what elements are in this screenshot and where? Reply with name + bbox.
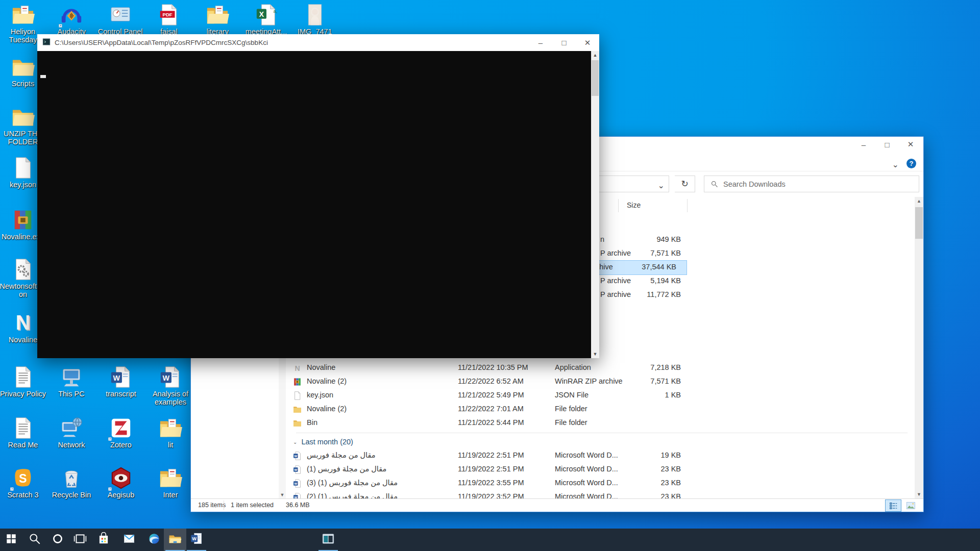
word-icon: W <box>190 532 203 547</box>
taskbar-button-mail[interactable] <box>118 529 140 551</box>
desktop-icon-lit[interactable]: lit <box>146 416 194 449</box>
svg-text:W: W <box>163 374 170 382</box>
file-date-modified: 11/19/2022 3:55 PM <box>458 479 524 487</box>
file-type: Application <box>555 363 591 371</box>
desktop-icon-zotero[interactable]: Zotero <box>97 416 145 449</box>
taskbar-button-task-view[interactable] <box>69 529 91 551</box>
file-row[interactable]: Wمقال من مجلة فوربس (1)11/19/2022 2:51 P… <box>293 463 910 477</box>
taskbar-button-edge[interactable] <box>143 529 165 551</box>
help-button[interactable]: ? <box>906 159 916 168</box>
desktop-icon-img-7471[interactable]: IMG_7471 <box>291 3 339 36</box>
zotero-icon <box>109 416 133 440</box>
file-list-scrollbar[interactable]: ▲ ▼ <box>915 197 923 498</box>
thumbnail-view-button[interactable] <box>903 500 918 511</box>
file-row[interactable]: Bin11/21/2022 5:44 PMFile folder <box>293 416 910 430</box>
file-row[interactable]: key.json11/21/2022 5:49 PMJSON File1 KB <box>293 389 910 403</box>
file-word-icon: W <box>293 452 302 462</box>
svg-text:W: W <box>192 536 197 541</box>
desktop-icon-aegisub[interactable]: Aegisub <box>97 466 145 499</box>
file-row[interactable]: NNovaline11/21/2022 10:35 PMApplication7… <box>293 361 910 375</box>
scroll-up-icon[interactable]: ▲ <box>915 197 923 205</box>
desktop-icon-label: Network <box>47 441 95 449</box>
console-minimize-button[interactable]: – <box>529 35 552 51</box>
explorer-maximize-button[interactable]: □ <box>875 137 899 152</box>
scroll-up-icon[interactable]: ▲ <box>591 51 599 59</box>
desktop-icon-audacity[interactable]: Audacity <box>47 3 95 36</box>
desktop-icon-label: Scratch 3 <box>0 491 47 499</box>
file-row[interactable]: Wمقال من مجلة فوربس (1) (2)11/19/2022 3:… <box>293 490 910 498</box>
file-date-modified: 11/22/2022 6:52 AM <box>458 377 524 385</box>
desktop-icon-read-me[interactable]: Read Me <box>0 416 47 449</box>
scrollbar-thumb[interactable] <box>915 207 923 239</box>
scroll-down-icon[interactable]: ▼ <box>591 350 599 358</box>
desktop-icon-transcript[interactable]: Wtranscript <box>97 365 145 398</box>
desktop-icon-label: Recycle Bin <box>47 491 95 499</box>
network-icon <box>60 416 83 440</box>
file-name: Novaline (2) <box>307 377 347 385</box>
desktop-icon-faisal[interactable]: PDFfaisal <box>145 3 193 36</box>
refresh-button[interactable]: ↻ <box>675 176 695 192</box>
desktop-icon-privacy-policy[interactable]: Privacy Policy <box>0 365 47 398</box>
file-name: Novaline <box>307 363 335 371</box>
desktop-icon-recycle-bin[interactable]: Recycle Bin <box>47 466 95 499</box>
console-close-button[interactable]: ✕ <box>576 35 599 51</box>
file-name: key.json <box>307 391 333 399</box>
word-doc-icon: W <box>109 365 133 389</box>
address-dropdown-icon[interactable]: ⌄ <box>658 181 665 190</box>
console-scrollbar[interactable]: ▲ ▼ <box>591 51 599 358</box>
file-row[interactable]: Wمقال من مجلة فوربس (1) (3)11/19/2022 3:… <box>293 477 910 490</box>
console-window: C:\Users\USER\AppData\Local\Temp\pZosRFf… <box>37 34 599 358</box>
details-view-button[interactable] <box>886 500 901 511</box>
console-titlebar[interactable]: C:\Users\USER\AppData\Local\Temp\pZosRFf… <box>37 34 599 51</box>
search-icon <box>28 532 41 547</box>
svg-text:PDF: PDF <box>162 12 172 17</box>
taskbar-button-store[interactable] <box>92 529 115 551</box>
taskbar-button-file-explorer[interactable] <box>164 529 186 551</box>
desktop-icon-inter[interactable]: Inter <box>146 466 194 499</box>
console-app-icon <box>42 38 51 48</box>
svg-text:N: N <box>295 364 300 372</box>
console-maximize-button[interactable]: □ <box>552 35 576 51</box>
ribbon-collapse-icon[interactable]: ⌄ <box>892 160 899 169</box>
taskbar-button-start[interactable] <box>0 529 22 551</box>
status-item-count: 185 items <box>198 502 226 509</box>
store-icon <box>97 532 110 547</box>
desktop-icon-meetingatt[interactable]: Xa,meetingAtt... <box>242 3 290 36</box>
desktop-icon-label: Zotero <box>97 441 145 449</box>
explorer-minimize-button[interactable]: – <box>852 137 875 152</box>
svg-text:W: W <box>294 455 297 458</box>
file-name: مقال من مجلة فوربس (1) (2) <box>307 492 398 498</box>
taskbar-button-cortana[interactable] <box>46 529 69 551</box>
file-row[interactable]: Novaline (2)11/22/2022 6:52 AMWinRAR ZIP… <box>293 375 910 389</box>
desktop-icon-network[interactable]: Network <box>47 416 95 449</box>
file-row[interactable]: Wمقال من مجلة فوربس11/19/2022 2:51 PMMic… <box>293 449 910 463</box>
svg-text:W: W <box>294 482 297 485</box>
file-explorer-icon <box>168 532 182 547</box>
console-content[interactable]: ▲ ▼ <box>37 51 599 358</box>
group-header-last-month[interactable]: ⌄Last month (20) <box>293 436 353 448</box>
desktop-icon-literary[interactable]: literary <box>193 3 241 36</box>
taskbar-button-word[interactable]: W <box>185 529 208 551</box>
svg-text:W: W <box>113 374 120 382</box>
desktop-icon-scratch-3[interactable]: SScratch 3 <box>0 466 47 499</box>
file-type: Microsoft Word D... <box>555 465 618 473</box>
file-size: 23 KB <box>620 492 681 498</box>
desktop-icon-this-pc[interactable]: This PC <box>47 365 95 398</box>
explorer-close-button[interactable]: ✕ <box>899 137 922 152</box>
search-box[interactable]: Search Downloads <box>704 176 919 192</box>
desktop-icon-control-panel[interactable]: Control Panel <box>96 3 144 36</box>
file-date-modified: 11/19/2022 3:52 PM <box>458 492 524 498</box>
desktop-icon-analysis-of-examples[interactable]: WAnalysis of examples <box>146 365 194 407</box>
taskbar-button-console-app[interactable] <box>317 529 339 551</box>
file-word-icon: W <box>293 479 302 489</box>
scratch-icon: S <box>11 466 35 490</box>
scroll-down-icon[interactable]: ▼ <box>279 492 286 497</box>
column-header-size[interactable]: Size <box>627 201 641 209</box>
scrollbar-thumb[interactable] <box>592 60 599 96</box>
file-type: File folder <box>555 418 587 427</box>
file-size: 5,194 KB <box>620 277 681 285</box>
console-cursor <box>40 75 46 78</box>
file-row[interactable]: Novaline (2)11/22/2022 7:01 AMFile folde… <box>293 403 910 416</box>
taskbar-button-search[interactable] <box>23 529 46 551</box>
scroll-down-icon[interactable]: ▼ <box>915 490 923 498</box>
